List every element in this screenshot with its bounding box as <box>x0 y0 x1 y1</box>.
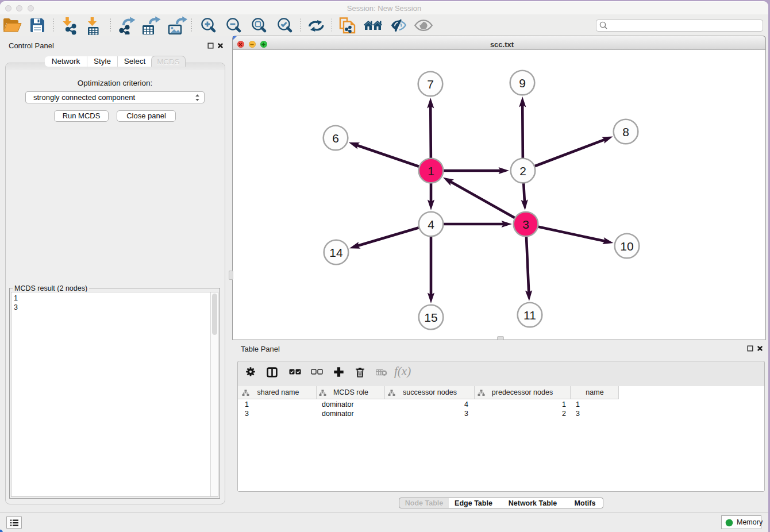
svg-text:14: 14 <box>329 246 343 259</box>
svg-text:9: 9 <box>519 76 526 90</box>
svg-text:1: 1 <box>428 164 434 178</box>
svg-text:7: 7 <box>427 78 434 91</box>
svg-text:6: 6 <box>332 132 339 145</box>
svg-text:11: 11 <box>523 309 536 322</box>
svg-text:8: 8 <box>622 125 629 138</box>
svg-text:3: 3 <box>522 218 529 231</box>
svg-text:15: 15 <box>424 311 437 324</box>
svg-text:2: 2 <box>519 164 526 178</box>
svg-text:10: 10 <box>620 240 633 253</box>
svg-text:4: 4 <box>428 218 434 231</box>
